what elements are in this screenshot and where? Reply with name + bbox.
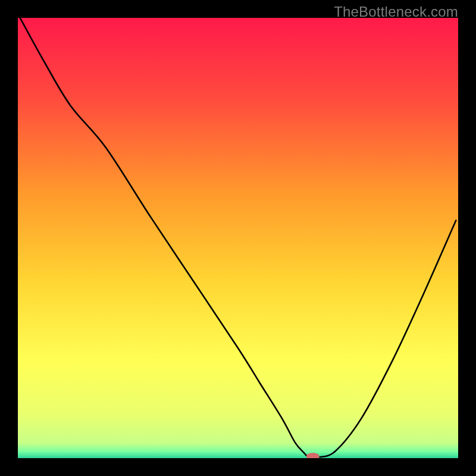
heatmap-background [18,18,458,458]
chart-stage: TheBottleneck.com [0,0,476,476]
bottleneck-chart-svg [18,18,458,458]
plot-area [18,18,458,458]
